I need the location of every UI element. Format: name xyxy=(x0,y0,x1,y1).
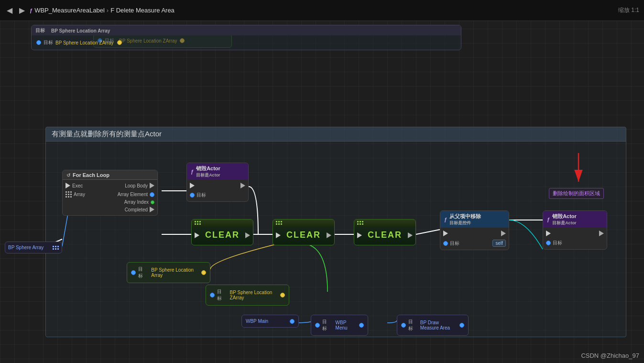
clear1-exec-out xyxy=(245,232,250,238)
remove-parent-node[interactable]: ƒ 从父项中移除 目标是控件 目标 self xyxy=(440,210,509,250)
sphere-array-label: BP Sphere Array xyxy=(8,245,44,250)
forward-button[interactable]: ▶ xyxy=(17,5,27,16)
sphere-zloc-array-pin xyxy=(280,293,285,297)
sphere-zloc-node[interactable]: 目标 BP Sphere Location ZArray xyxy=(206,285,289,306)
bpdraw-target-pin xyxy=(401,323,406,328)
sphere-array-node[interactable]: BP Sphere Array xyxy=(5,242,62,253)
bpdraw-out-pin xyxy=(459,323,464,328)
wbpmain-label: WBP Main xyxy=(246,319,268,324)
red-arrow xyxy=(540,148,593,196)
breadcrumb: ƒ WBP_MeasureAreaLabel › F Delete Measur… xyxy=(30,7,175,14)
top-bar: ◀ ▶ ƒ WBP_MeasureAreaLabel › F Delete Me… xyxy=(0,0,644,21)
removeparent-func-icon: ƒ xyxy=(444,217,447,222)
clear2-header xyxy=(273,220,334,226)
completed-label: Completed xyxy=(125,207,148,212)
clear-node-3[interactable]: CLEAR xyxy=(354,219,416,245)
clear2-label: CLEAR xyxy=(282,228,326,242)
array-label: Array xyxy=(74,192,85,197)
wbpmenu-node[interactable]: 目标 WBP Menu xyxy=(311,315,368,336)
destroy2-target-pin xyxy=(546,241,551,245)
destroy2-subtitle: 目标是Actor xyxy=(552,220,577,226)
destroy-actor-2-node[interactable]: ƒ 销毁Actor 目标是Actor 目标 xyxy=(543,210,607,250)
destroy2-func-icon: ƒ xyxy=(547,217,550,222)
pin-value-target1: BP Sphere Location ZArray xyxy=(55,40,114,45)
wbpmain-pin xyxy=(290,319,295,324)
destroy1-func-icon: ƒ xyxy=(191,169,194,175)
array-index-pin xyxy=(151,200,154,204)
completed-pin xyxy=(150,207,154,212)
foreach-node[interactable]: ↺ For Each Loop Exec Loop Body Array xyxy=(62,170,158,216)
back-button[interactable]: ◀ xyxy=(5,5,14,16)
sphere-loc-array-pin xyxy=(201,270,206,275)
clear2-exec-in xyxy=(276,232,281,238)
sphere-zloc-label1: 目标 xyxy=(217,288,225,302)
csdn-watermark: CSDN @Zhichao_97 xyxy=(581,352,639,359)
breadcrumb-child: F Delete Measure Area xyxy=(110,7,175,14)
main-comment-title: 有测量点就删除所有的测量点Actor xyxy=(46,127,626,142)
clear3-label: CLEAR xyxy=(363,228,407,242)
self-badge: self xyxy=(492,240,506,247)
func-icon: ƒ xyxy=(30,8,33,13)
destroy-actor-1-node[interactable]: ƒ 销毁Actor 目标是Actor 目标 xyxy=(186,163,249,202)
exec-in-pin xyxy=(65,183,70,188)
removeparent-exec-out xyxy=(501,231,506,236)
array-index-label: Array Index xyxy=(124,199,149,205)
top-node-pin1: 目标 xyxy=(35,27,45,34)
foreach-title: For Each Loop xyxy=(73,172,109,178)
top-comment-node: 目标 BP Sphere Location Array 目标 BP Sphere… xyxy=(31,25,461,50)
bpdraw-node[interactable]: 目标 BP Draw Measure Area xyxy=(397,315,469,336)
clear-node-2[interactable]: CLEAR xyxy=(273,219,335,245)
sphere-loc-label2: BP Sphere Location Array xyxy=(151,267,199,278)
destroy1-target-label: 目标 xyxy=(196,192,206,198)
clear1-exec-in xyxy=(195,232,199,238)
clear3-exec-in xyxy=(357,232,362,238)
clear1-label: CLEAR xyxy=(200,228,244,242)
destroy1-exec-out xyxy=(240,183,245,188)
array-pin-grid xyxy=(65,191,72,198)
array-element-label: Array Element xyxy=(118,192,148,197)
removeparent-target-label: 目标 xyxy=(450,240,459,247)
destroy2-title: 销毁Actor xyxy=(552,213,577,220)
sphere-loc-label1: 目标 xyxy=(138,266,146,279)
bpdraw-label2: BP Draw Measure Area xyxy=(420,320,457,330)
breadcrumb-sep: › xyxy=(107,7,109,14)
pin-label-target1: 目标 xyxy=(44,39,53,46)
wbpmenu-target-pin xyxy=(315,323,320,328)
clear2-exec-out xyxy=(327,232,331,238)
destroy1-subtitle: 目标是Actor xyxy=(196,172,220,178)
wbpmenu-label1: 目标 xyxy=(322,319,331,332)
main-comment-area: 有测量点就删除所有的测量点Actor xyxy=(45,127,626,337)
pin-target1 xyxy=(36,40,41,45)
destroy2-target-label: 目标 xyxy=(553,240,562,246)
removeparent-subtitle: 目标是控件 xyxy=(449,220,481,226)
sphere-loc-target-pin xyxy=(131,270,136,275)
destroy2-exec-in xyxy=(546,231,551,236)
exec-label: Exec xyxy=(72,183,83,188)
destroy1-title: 销毁Actor xyxy=(196,165,220,172)
removeparent-title: 从父项中移除 xyxy=(449,213,481,220)
destroy1-exec-in xyxy=(190,183,195,188)
wbpmain-node[interactable]: WBP Main xyxy=(241,315,299,328)
sphere-loc-node[interactable]: 目标 BP Sphere Location Array xyxy=(127,262,210,283)
wbpmenu-out-pin xyxy=(359,323,364,328)
clear-node-1[interactable]: CLEAR xyxy=(191,219,253,245)
destroy1-target-pin xyxy=(190,193,195,198)
foreach-icon: ↺ xyxy=(66,173,70,178)
bpdraw-label1: 目标 xyxy=(408,319,415,332)
sphere-zloc-label2: BP Sphere Location ZArray xyxy=(230,290,278,300)
destroy2-exec-out xyxy=(599,231,604,236)
breadcrumb-root[interactable]: WBP_MeasureAreaLabel xyxy=(34,7,105,14)
clear3-exec-out xyxy=(408,232,413,238)
clear1-header xyxy=(192,220,253,226)
zoom-label: 缩放 1:1 xyxy=(618,6,639,14)
array-element-pin xyxy=(150,192,154,197)
pin-array1 xyxy=(117,40,122,45)
sphere-zloc-target-pin xyxy=(210,293,215,297)
wbpmenu-label2: WBP Menu xyxy=(336,320,357,330)
loop-body-label: Loop Body xyxy=(125,183,148,188)
sphere-array-pin xyxy=(53,246,59,250)
removeparent-exec-in xyxy=(443,231,448,236)
loop-body-pin xyxy=(150,183,154,188)
clear3-header xyxy=(354,220,415,226)
removeparent-target-pin xyxy=(443,241,448,246)
